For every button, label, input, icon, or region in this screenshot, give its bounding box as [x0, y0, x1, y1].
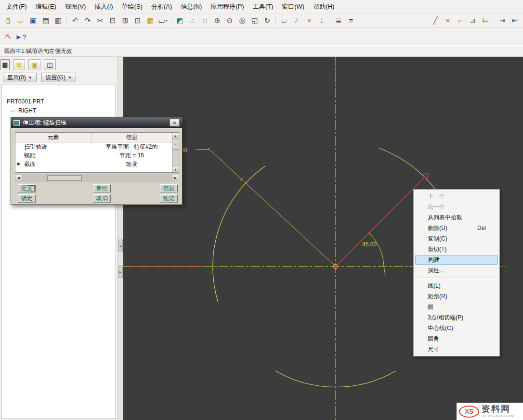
menu-item-rectangle[interactable]: 矩形(R)	[414, 291, 499, 302]
cancel-button[interactable]: 取消	[93, 194, 111, 203]
menu-item-pick-from-list[interactable]: 从列表中拾取	[414, 212, 499, 223]
chevron-down-icon: ▼	[28, 76, 32, 80]
zoom-in-icon[interactable]: ⊕	[211, 15, 223, 26]
favorites-icon[interactable]: ▣	[28, 59, 40, 70]
dialog-titlebar[interactable]: 伸出项: 螺旋扫描 ✕	[11, 117, 182, 128]
menu-item-next[interactable]: 下一个	[414, 191, 499, 202]
context-help-icon[interactable]: ►?	[14, 31, 27, 42]
datum-planes-icon[interactable]: ▱	[278, 15, 290, 26]
table-row[interactable]: 螺距 节距 = 15	[15, 151, 172, 160]
menu-insert[interactable]: 插入(I)	[90, 0, 117, 13]
trim-corner-icon[interactable]: ⌐	[454, 15, 467, 26]
define-button[interactable]: 定义	[18, 184, 36, 192]
menu-sketch[interactable]: 草绘(S)	[118, 0, 147, 13]
sketcher-orientation-icon[interactable]: ⇱	[2, 31, 14, 42]
cut-icon[interactable]: ✂	[94, 15, 106, 26]
tree-show-button[interactable]: 显示(0) ▼	[3, 73, 37, 82]
menu-item-line[interactable]: 线(L)	[414, 280, 499, 291]
quit-feature-icon[interactable]: ⇤	[509, 15, 521, 26]
layers-icon[interactable]: ≣	[332, 15, 345, 26]
vertical-scrollbar[interactable]: ▲ ≡ ▼	[172, 133, 179, 172]
connections-icon[interactable]: ◫	[44, 59, 56, 70]
accept-feature-icon[interactable]: ⇥	[496, 15, 509, 26]
menu-item-3point-tangent[interactable]: 3点/相切端(P)	[414, 312, 499, 323]
constraints-icon[interactable]: ⊨	[479, 15, 492, 26]
select-filter-glyph: ▭	[158, 16, 165, 25]
menu-info[interactable]: 信息(N)	[176, 0, 206, 13]
print-icon[interactable]: ▤	[39, 15, 52, 26]
scroll-down-icon[interactable]: ▼	[172, 166, 179, 172]
line-tool-icon[interactable]: ╱	[429, 15, 442, 26]
print-preview-icon[interactable]: ▥	[52, 15, 65, 26]
menu-item-properties[interactable]: 属性...	[414, 265, 499, 276]
delete-segment-icon[interactable]: ×	[442, 15, 454, 26]
modify-dimensions-icon[interactable]: ⊿	[467, 15, 479, 26]
save-icon[interactable]: ▣	[27, 15, 39, 26]
zoom-out-icon[interactable]: ⊖	[223, 15, 236, 26]
tree-item-right-plane[interactable]: ▱ RIGHT	[1, 106, 116, 115]
regenerate-icon[interactable]: ▦	[144, 15, 157, 26]
menu-item-fillet[interactable]: 圆角	[414, 333, 499, 344]
menu-help[interactable]: 帮助(H)	[309, 0, 339, 13]
model-info-icon[interactable]: ≡	[345, 15, 357, 26]
tree-view-icon[interactable]: ▦	[0, 59, 10, 70]
menu-analysis[interactable]: 分析(A)	[147, 0, 176, 13]
dropdown-arrow-icon[interactable]: ▾	[166, 18, 168, 23]
menu-item-cut[interactable]: 剪切(T)	[414, 244, 499, 255]
paste-icon[interactable]: ⊞	[119, 15, 131, 26]
menu-file[interactable]: 文件(F)	[2, 0, 31, 13]
table-row[interactable]: ▶ 截面 改变	[15, 160, 172, 168]
diagonal-line[interactable]	[208, 148, 336, 267]
ok-button[interactable]: 确定	[18, 194, 36, 203]
preview-button[interactable]: 预览	[160, 194, 178, 203]
menu-edit[interactable]: 编辑(E)	[31, 0, 61, 13]
menu-applications[interactable]: 应用程序(P)	[206, 0, 248, 13]
sketch-points-icon[interactable]: ∴	[186, 15, 198, 26]
scrollbar-thumb[interactable]	[47, 175, 82, 181]
menu-item-construct[interactable]: 构建	[415, 255, 498, 265]
paste-special-icon[interactable]: ⊡	[131, 15, 144, 26]
scroll-left-icon[interactable]: ◀	[15, 175, 22, 181]
datum-axes-icon[interactable]: ∕	[290, 15, 303, 26]
select-filter-icon[interactable]: ▭▾	[157, 15, 169, 26]
menu-tools[interactable]: 工具(T)	[248, 0, 278, 13]
menu-item-centerline[interactable]: 中心线(C)	[414, 323, 499, 333]
horizontal-scrollbar[interactable]: ◀ ▶	[15, 175, 179, 181]
splitter-expand-handle[interactable]: ►	[118, 266, 123, 278]
table-row[interactable]: 扫引轨迹 草绘平面 - 特征#2的	[15, 142, 172, 151]
menu-item-dimension[interactable]: 尺寸	[414, 344, 499, 355]
menu-item-circle[interactable]: 圆	[414, 302, 499, 312]
datum-points-icon[interactable]: ×	[303, 15, 315, 26]
arc-upper-left[interactable]	[213, 166, 265, 303]
angle-dimension-arc[interactable]	[369, 233, 384, 266]
menu-item-copy[interactable]: 复制(C)	[414, 233, 499, 244]
coordinate-systems-icon[interactable]: ⊥	[315, 15, 328, 26]
open-file-icon[interactable]: ▱	[14, 15, 27, 26]
scroll-right-icon[interactable]: ▶	[172, 175, 179, 181]
reorient-view-icon[interactable]: ↻	[261, 15, 274, 26]
splitter-collapse-handle[interactable]: ◄	[118, 240, 123, 252]
menu-view[interactable]: 视图(V)	[61, 0, 90, 13]
zoom-window-icon[interactable]: ◱	[248, 15, 261, 26]
menu-item-delete[interactable]: 删除(D) Del	[414, 223, 499, 233]
selected-line[interactable]	[336, 176, 426, 267]
refs-button[interactable]: 参照	[93, 184, 111, 192]
tree-item-part[interactable]: PRT0001.PRT	[1, 97, 116, 106]
refit-icon[interactable]: ◎	[236, 15, 248, 26]
menu-item-previous[interactable]: 前一个	[414, 202, 499, 212]
sketch-display-icon[interactable]: ◩	[173, 15, 186, 26]
close-icon[interactable]: ✕	[170, 119, 180, 127]
folder-browser-icon[interactable]: ⊞	[13, 59, 25, 70]
menu-window[interactable]: 窗口(W)	[277, 0, 309, 13]
new-file-icon[interactable]: ▯	[2, 15, 14, 26]
scrollbar-thumb[interactable]: ≡	[172, 139, 179, 150]
tree-settings-button[interactable]: 设置(G) ▼	[41, 73, 76, 82]
sketch-references-icon[interactable]: ∷	[198, 15, 211, 26]
undo-icon[interactable]: ↶	[69, 15, 81, 26]
redo-icon[interactable]: ↷	[81, 15, 94, 26]
copy-icon[interactable]: ⊟	[106, 15, 119, 26]
panel-splitter[interactable]: ◄ ►	[118, 57, 123, 420]
scroll-up-icon[interactable]: ▲	[172, 133, 179, 139]
angle-dimension-label[interactable]: 45.00	[362, 241, 377, 248]
info-button[interactable]: 信息	[160, 184, 178, 192]
